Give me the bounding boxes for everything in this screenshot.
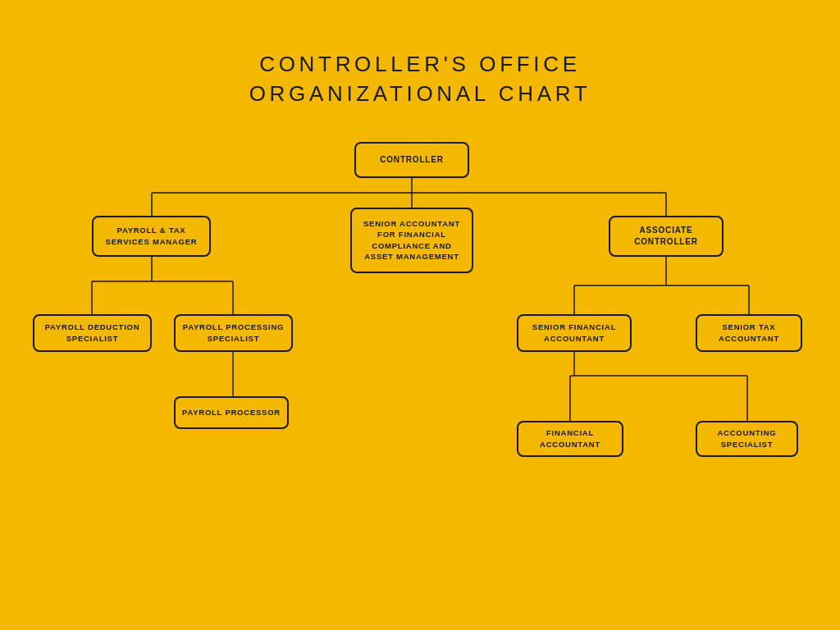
node-payroll-processing: PAYROLL PROCESSINGSPECIALIST xyxy=(174,314,293,352)
node-payroll-tax-mgr: PAYROLL & TAXSERVICES MANAGER xyxy=(92,216,211,257)
node-payroll-deduction: PAYROLL DEDUCTIONSPECIALIST xyxy=(33,314,152,352)
node-controller: CONTROLLER xyxy=(354,142,469,178)
chart-area: CONTROLLER PAYROLL & TAXSERVICES MANAGER… xyxy=(10,134,830,630)
node-payroll-processor: PAYROLL PROCESSOR xyxy=(174,396,289,429)
node-financial-accountant: FINANCIALACCOUNTANT xyxy=(517,421,623,457)
node-senior-accountant: SENIOR ACCOUNTANTFOR FINANCIALCOMPLIANCE… xyxy=(350,208,473,273)
node-senior-financial: SENIOR FINANCIALACCOUNTANT xyxy=(517,314,632,352)
node-associate-controller: ASSOCIATECONTROLLER xyxy=(609,216,724,257)
page-title: CONTROLLER'S OFFICE ORGANIZATIONAL CHART xyxy=(249,49,591,109)
node-senior-tax: SENIOR TAXACCOUNTANT xyxy=(696,314,802,352)
node-accounting-specialist: ACCOUNTINGSPECIALIST xyxy=(696,421,798,457)
